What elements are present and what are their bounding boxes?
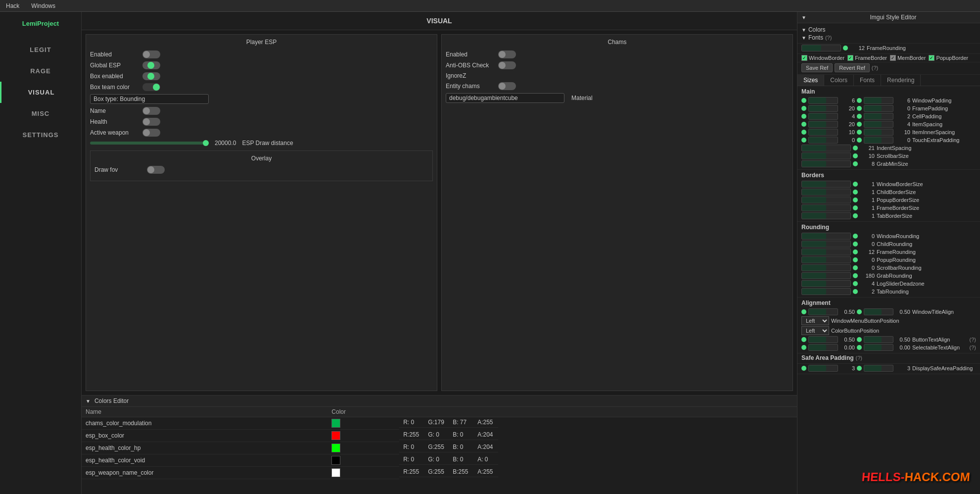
fonts-label[interactable]: Fonts xyxy=(808,34,823,41)
val: 8 xyxy=(860,161,875,167)
slider1[interactable] xyxy=(808,97,838,104)
chams-enabled-toggle[interactable] xyxy=(498,50,516,58)
slider[interactable] xyxy=(801,181,851,188)
slider2[interactable] xyxy=(864,365,893,372)
color-swatch-cell[interactable] xyxy=(327,454,399,467)
slider2[interactable] xyxy=(864,97,893,104)
slider[interactable] xyxy=(801,204,851,211)
esp-draw-distance-slider[interactable] xyxy=(90,142,209,145)
color-swatch-cell[interactable] xyxy=(327,417,399,430)
slider1[interactable] xyxy=(808,336,838,343)
slider1[interactable] xyxy=(808,365,838,372)
entity-chams-toggle[interactable] xyxy=(498,82,516,90)
color-g: G: 0 xyxy=(424,430,449,440)
color-row[interactable]: esp_weapon_name_color R:255 G:255 B:255 … xyxy=(82,467,797,479)
slider[interactable] xyxy=(801,264,851,271)
tab-sizes[interactable]: Sizes xyxy=(797,75,824,86)
slider[interactable] xyxy=(801,145,851,151)
menu-windows[interactable]: Windows xyxy=(29,1,57,10)
slider[interactable] xyxy=(801,288,851,295)
slider[interactable] xyxy=(801,233,851,240)
revert-ref-button[interactable]: Revert Ref xyxy=(835,63,870,72)
box-enabled-toggle[interactable] xyxy=(142,72,160,80)
material-input[interactable]: debug/debugambientcube xyxy=(446,93,564,103)
enabled-toggle[interactable] xyxy=(142,50,160,58)
popup-border-check[interactable]: ✓ PopupBorder xyxy=(929,55,968,61)
slider1[interactable] xyxy=(808,113,838,120)
dropdown-WindowMenuButtonPosition[interactable]: Left Right xyxy=(801,316,829,325)
global-esp-toggle[interactable] xyxy=(142,61,160,69)
slider2[interactable] xyxy=(864,129,893,136)
draw-fov-toggle[interactable] xyxy=(147,166,165,174)
active-weapon-label: Active weapon xyxy=(90,129,140,136)
slider2[interactable] xyxy=(864,344,893,351)
slider[interactable] xyxy=(801,189,851,196)
color-row[interactable]: esp_health_color_hp R: 0 G:255 B: 0 A:20… xyxy=(82,442,797,454)
frame-rounding-label: FrameRounding xyxy=(867,45,976,51)
sidebar-item-visual[interactable]: VISUAL xyxy=(0,82,81,103)
color-row[interactable]: esp_health_color_void R: 0 G: 0 B: 0 A: … xyxy=(82,454,797,467)
menu-hack[interactable]: Hack xyxy=(4,1,21,10)
slider[interactable] xyxy=(801,160,851,167)
tab-colors[interactable]: Colors xyxy=(824,75,854,86)
slider1[interactable] xyxy=(808,344,838,351)
sidebar-item-settings[interactable]: SETTINGS xyxy=(0,124,81,146)
frame-border-check[interactable]: ✓ FrameBorder xyxy=(847,55,887,61)
dot2 xyxy=(857,98,862,103)
window-border-check[interactable]: ✓ WindowBorder xyxy=(801,55,844,61)
prop-label: ItemInnerSpacing xyxy=(912,129,976,135)
anti-obs-toggle[interactable] xyxy=(498,61,516,69)
imgui-property-row: 10 ScrollbarSize xyxy=(801,152,976,159)
color-row[interactable]: esp_box_color R:255 G: 0 B: 0 A:204 xyxy=(82,430,797,442)
frame-rounding-slider[interactable] xyxy=(801,45,841,51)
dot2 xyxy=(857,122,862,127)
active-weapon-toggle[interactable] xyxy=(142,129,160,137)
slider1[interactable] xyxy=(808,137,838,144)
collapse-arrow-icon[interactable]: ▼ xyxy=(86,398,91,404)
slider[interactable] xyxy=(801,241,851,247)
color-row[interactable]: chams_color_modulation R: 0 G:179 B: 77 … xyxy=(82,417,797,430)
prop-label: WindowTitleAlign xyxy=(912,309,976,315)
main-container: LemiProject LEGIT RAGE VISUAL MISC SETTI… xyxy=(0,12,980,494)
save-ref-button[interactable]: Save Ref xyxy=(801,63,833,72)
dot xyxy=(853,234,858,239)
frame-rounding-row: 12 FrameRounding xyxy=(801,45,976,51)
box-type-control[interactable]: Box type: Bounding xyxy=(90,94,209,104)
sidebar-item-rage[interactable]: RAGE xyxy=(0,60,81,82)
health-toggle[interactable] xyxy=(142,118,160,126)
slider1[interactable] xyxy=(808,308,838,315)
slider[interactable] xyxy=(801,212,851,219)
name-toggle[interactable] xyxy=(142,107,160,115)
slider1[interactable] xyxy=(808,129,838,136)
slider1[interactable] xyxy=(808,105,838,112)
slider2[interactable] xyxy=(864,105,893,112)
box-team-color-toggle[interactable] xyxy=(142,83,160,91)
slider[interactable] xyxy=(801,280,851,287)
slider[interactable] xyxy=(801,272,851,279)
imgui-property-row: 12 FrameRounding xyxy=(801,248,976,255)
val: 1 xyxy=(860,213,875,219)
imgui-collapse-icon[interactable]: ▼ xyxy=(801,15,806,20)
slider[interactable] xyxy=(801,152,851,159)
enabled-label: Enabled xyxy=(90,51,140,58)
slider2[interactable] xyxy=(864,308,893,315)
color-b: B: 0 xyxy=(449,430,473,440)
dropdown-ColorButtonPosition[interactable]: Left Right xyxy=(801,326,829,335)
color-swatch-cell[interactable] xyxy=(327,467,399,479)
color-swatch-cell[interactable] xyxy=(327,442,399,454)
slider[interactable] xyxy=(801,256,851,263)
sidebar-item-legit[interactable]: LEGIT xyxy=(0,39,81,60)
colors-label[interactable]: Colors xyxy=(808,26,826,33)
mem-border-check[interactable]: ✓ MemBorder xyxy=(890,55,926,61)
slider2[interactable] xyxy=(864,336,893,343)
slider2[interactable] xyxy=(864,121,893,128)
sidebar-item-misc[interactable]: MISC xyxy=(0,103,81,124)
slider[interactable] xyxy=(801,197,851,203)
color-swatch-cell[interactable] xyxy=(327,430,399,442)
slider2[interactable] xyxy=(864,137,893,144)
tab-rendering[interactable]: Rendering xyxy=(881,75,921,86)
tab-fonts[interactable]: Fonts xyxy=(854,75,881,86)
slider2[interactable] xyxy=(864,113,893,120)
slider[interactable] xyxy=(801,248,851,255)
slider1[interactable] xyxy=(808,121,838,128)
